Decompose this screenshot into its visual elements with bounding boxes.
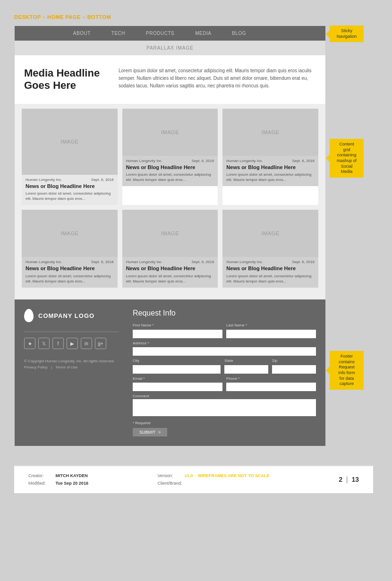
card-title-1-3: News or Blog Headline Here — [226, 164, 315, 171]
zip-label: Zip — [272, 359, 316, 363]
comment-textarea[interactable] — [133, 399, 316, 416]
rss-icon[interactable]: ★ — [24, 338, 35, 349]
card-body-1-1: Human Longevity Inc. Sept. 6, 2016 News … — [22, 175, 118, 205]
nav-item-products[interactable]: PRODUCTS — [136, 26, 185, 41]
facebook-icon[interactable]: f — [52, 338, 64, 349]
media-section: Media Headline Goes Here Lorem ipsum dol… — [15, 55, 325, 104]
card-date-1-3: Sept. 6, 2016 — [292, 159, 315, 163]
form-field-phone: Phone * — [226, 376, 316, 392]
address-label: Address * — [133, 341, 316, 345]
card-excerpt-2-3: Lorem ipsum dolor sit amet, consectetur … — [226, 273, 315, 284]
submit-arrow: > — [158, 430, 161, 435]
logo-text: COMPANY LOGO — [38, 312, 94, 319]
city-input[interactable] — [133, 365, 221, 374]
footer-section: COMPANY LOGO ★ 𝕏 f ▶ in g+ © Copyright H… — [15, 299, 325, 446]
page-total: 13 — [351, 476, 359, 483]
media-headline: Media Headline Goes Here — [24, 67, 109, 92]
phone-input[interactable] — [226, 383, 316, 391]
card-2-3[interactable]: IMAGE Human Longevity Inc. Sept. 6, 2016… — [222, 210, 318, 288]
footer-meta-version: Version: v1.0 WIREFRAMES ARE NOT TO SCAL… — [157, 472, 269, 487]
lastname-input[interactable] — [226, 330, 316, 338]
card-date-1-2: Sept. 6, 2016 — [192, 159, 214, 163]
creator-label: Creator: — [28, 472, 54, 479]
parallax-banner: PARALLAX IMAGE — [15, 41, 325, 55]
card-company-2-2: Human Longevity Inc. — [126, 260, 162, 264]
client-label: Client/Brand: — [157, 479, 183, 487]
footer-meta-page: 2 | 13 — [339, 476, 359, 483]
address-input[interactable] — [133, 347, 316, 356]
card-meta-2-2: Human Longevity Inc. Sept. 6, 2016 — [126, 260, 214, 264]
nav-item-extra — [256, 26, 277, 41]
card-company-2-1: Human Longevity Inc. — [26, 260, 62, 264]
card-excerpt-2-1: Lorem ipsum dolor sit amet, consectetur … — [26, 273, 114, 284]
card-title-2-3: News or Blog Headline Here — [226, 265, 315, 272]
card-body-1-3: Human Longevity Inc. Sept. 6, 2016 News … — [222, 156, 318, 187]
page-current: 2 — [339, 476, 342, 483]
card-body-2-2: Human Longevity Inc. Sept. 6, 2016 News … — [122, 257, 218, 288]
card-meta-2-1: Human Longevity Inc. Sept. 6, 2016 — [26, 260, 114, 264]
form-field-email: Email * — [133, 376, 222, 392]
city-label: City — [133, 359, 221, 363]
twitter-icon[interactable]: 𝕏 — [38, 338, 50, 349]
state-input[interactable] — [224, 365, 268, 374]
modified-label: Modified: — [28, 479, 54, 487]
email-input[interactable] — [133, 383, 222, 391]
footer-logo: COMPANY LOGO — [24, 309, 119, 322]
annotation-sticky-nav: StickyNavigation — [330, 26, 364, 42]
firstname-input[interactable] — [133, 330, 222, 338]
card-title-1-1: News or Blog Headline Here — [26, 183, 114, 189]
form-row-email-phone: Email * Phone * — [133, 376, 316, 392]
terms-link[interactable]: Terms of Use — [55, 365, 77, 369]
card-image-2-1: IMAGE — [22, 210, 118, 257]
social-icons-row: ★ 𝕏 f ▶ in g+ — [24, 338, 119, 349]
card-1-3[interactable]: IMAGE Human Longevity Inc. Sept. 6, 2016… — [222, 109, 318, 205]
card-company-1-1: Human Longevity Inc. — [26, 178, 62, 182]
card-excerpt-1-1: Lorem ipsum dolor sit amet, consectetur … — [26, 191, 114, 201]
zip-input[interactable] — [272, 365, 316, 374]
submit-button[interactable]: SUBMIT > — [133, 428, 167, 436]
required-note: * Required — [133, 421, 316, 425]
card-2-1[interactable]: IMAGE Human Longevity Inc. Sept. 6, 2016… — [22, 210, 118, 288]
form-row-address: Address * — [133, 341, 316, 356]
linkedin-icon[interactable]: in — [81, 338, 92, 349]
card-image-1-3: IMAGE — [222, 109, 318, 156]
card-title-2-2: News or Blog Headline Here — [126, 265, 214, 272]
card-1-1[interactable]: IMAGE Human Longevity Inc. Sept. 6, 2016… — [22, 109, 118, 205]
card-2-2[interactable]: IMAGE Human Longevity Inc. Sept. 6, 2016… — [122, 210, 218, 288]
form-field-address: Address * — [133, 341, 316, 356]
card-1-2[interactable]: IMAGE Human Longevity Inc. Sept. 6, 2016… — [122, 109, 218, 205]
nav-item-tech[interactable]: TECH — [101, 26, 136, 41]
form-field-zip: Zip — [272, 359, 316, 374]
navigation-bar: ABOUT TECH PRODUCTS MEDIA BLOG — [15, 26, 325, 41]
form-row-comment: Comment — [133, 394, 316, 418]
warning-text: WIREFRAMES ARE NOT TO SCALE — [198, 473, 270, 478]
annotation-content-grid: Contentgridcontainingmashup ofSocialMedi… — [330, 139, 364, 178]
youtube-icon[interactable]: ▶ — [67, 338, 78, 349]
media-body-text: Lorem ipsum dolor sit amet, consectetur … — [119, 67, 316, 92]
card-date-2-2: Sept. 6, 2016 — [192, 260, 214, 264]
footer-left: COMPANY LOGO ★ 𝕏 f ▶ in g+ © Copyright H… — [24, 309, 119, 436]
page-title: DESKTOP – HOME PAGE – BOTTOM — [14, 14, 378, 20]
form-title: Request Info — [133, 309, 316, 317]
nav-item-blog[interactable]: BLOG — [222, 26, 256, 41]
footer-form: Request Info First Name * Last Name * — [133, 309, 316, 436]
form-field-comment: Comment — [133, 394, 316, 418]
logo-icon — [24, 309, 34, 322]
card-company-2-3: Human Longevity Inc. — [226, 260, 263, 264]
card-company-1-2: Human Longevity Inc. — [126, 159, 162, 163]
nav-item-media[interactable]: MEDIA — [185, 26, 222, 41]
page-separator: | — [344, 476, 350, 483]
card-title-1-2: News or Blog Headline Here — [126, 164, 214, 171]
footer-copyright: © Copyright Human Longevity, Inc. All ri… — [24, 359, 119, 371]
card-excerpt-1-2: Lorem ipsum dolor sit amet, consectetur … — [126, 172, 214, 182]
card-image-2-2: IMAGE — [122, 210, 218, 257]
card-image-2-3: IMAGE — [222, 210, 318, 257]
card-image-1-1: IMAGE — [22, 109, 118, 175]
card-meta-1-3: Human Longevity Inc. Sept. 6, 2016 — [226, 159, 315, 163]
nav-item-about[interactable]: ABOUT — [63, 26, 101, 41]
googleplus-icon[interactable]: g+ — [95, 338, 106, 349]
version-value: v1.0 — [185, 473, 193, 478]
card-meta-2-3: Human Longevity Inc. Sept. 6, 2016 — [226, 260, 315, 264]
privacy-link[interactable]: Privacy Policy — [24, 365, 48, 369]
card-meta-1-2: Human Longevity Inc. Sept. 6, 2016 — [126, 159, 214, 163]
